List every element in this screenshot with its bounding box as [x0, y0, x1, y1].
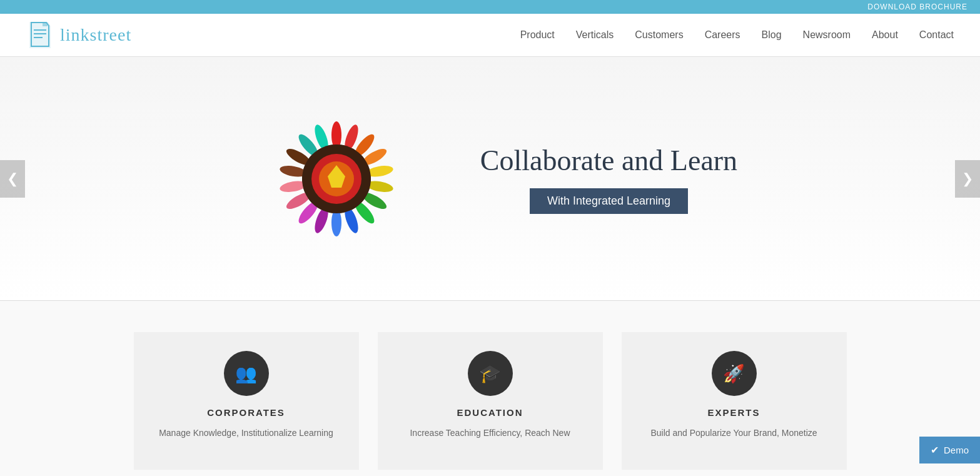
nav-product[interactable]: Product	[519, 27, 556, 43]
nav-customers[interactable]: Customers	[634, 27, 684, 43]
experts-desc: Build and Popularize Your Brand, Monetiz…	[640, 427, 828, 440]
experts-icon: 🚀	[723, 363, 745, 384]
svg-marker-5	[43, 23, 48, 26]
carousel-prev-button[interactable]: ❮	[0, 160, 25, 198]
nav-careers[interactable]: Careers	[704, 27, 742, 43]
card-corporates: 👥 CORPORATES Manage Knowledge, Instituti…	[134, 332, 359, 470]
header: linkstreet Product Verticals Customers C…	[0, 14, 980, 57]
education-title: EDUCATION	[397, 407, 584, 418]
experts-title: EXPERTS	[640, 407, 828, 418]
carousel-next-button[interactable]: ❯	[955, 160, 980, 198]
demo-button[interactable]: ✔ Demo	[919, 437, 980, 463]
nav-verticals[interactable]: Verticals	[575, 27, 615, 43]
main-nav: Product Verticals Customers Careers Blog…	[519, 27, 955, 43]
hero-text-area: Collaborate and Learn With Integrated Le…	[480, 144, 737, 214]
nav-about[interactable]: About	[871, 27, 899, 43]
top-banner[interactable]: DOWNLOAD BROCHURE	[0, 0, 980, 14]
logo-icon	[25, 20, 55, 50]
corporates-icon-circle: 👥	[224, 351, 269, 396]
education-desc: Increase Teaching Efficiency, Reach New	[397, 427, 584, 440]
hands-circle-image	[243, 85, 430, 273]
education-icon-circle: 🎓	[468, 351, 513, 396]
experts-icon-circle: 🚀	[712, 351, 757, 396]
demo-check-icon: ✔	[931, 444, 939, 456]
corporates-icon: 👥	[235, 363, 257, 384]
card-education: 🎓 EDUCATION Increase Teaching Efficiency…	[378, 332, 603, 470]
hero-title: Collaborate and Learn	[480, 144, 737, 177]
nav-newsroom[interactable]: Newsroom	[802, 27, 852, 43]
corporates-desc: Manage Knowledge, Institutionalize Learn…	[153, 427, 340, 440]
education-icon: 🎓	[479, 363, 501, 384]
card-experts: 🚀 EXPERTS Build and Popularize Your Bran…	[622, 332, 847, 470]
cards-section: 👥 CORPORATES Manage Knowledge, Instituti…	[0, 301, 980, 476]
nav-blog[interactable]: Blog	[760, 27, 783, 43]
corporates-title: CORPORATES	[153, 407, 340, 418]
logo[interactable]: linkstreet	[25, 20, 131, 50]
hero-subtitle: With Integrated Learning	[530, 188, 688, 214]
logo-text: linkstreet	[60, 25, 131, 45]
nav-contact[interactable]: Contact	[918, 27, 955, 43]
hero-content: Collaborate and Learn With Integrated Le…	[146, 85, 834, 273]
download-brochure-link[interactable]: DOWNLOAD BROCHURE	[867, 3, 967, 11]
hero-section: ❮	[0, 57, 980, 301]
demo-label: Demo	[944, 445, 969, 455]
